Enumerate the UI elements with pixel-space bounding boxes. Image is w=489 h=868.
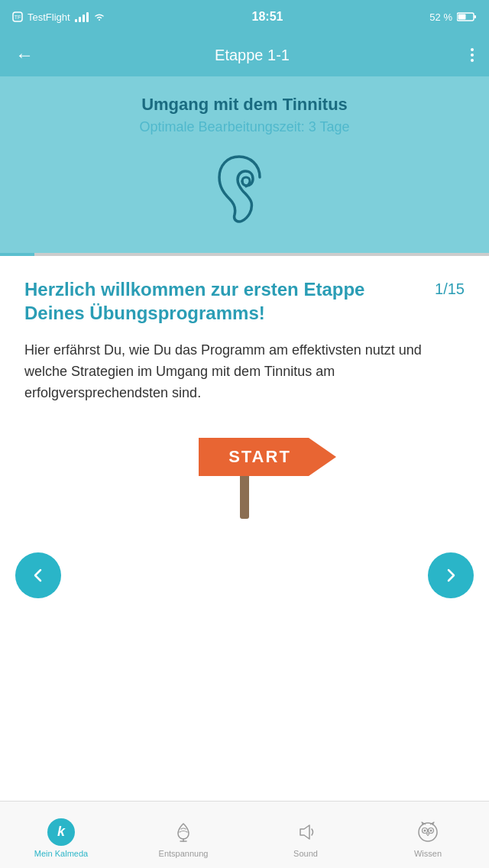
tab-item-mein-kalmeda[interactable]: k Mein Kalmeda	[0, 812, 122, 858]
prev-button[interactable]	[15, 552, 61, 598]
kalmeda-circle-icon: k	[47, 818, 75, 846]
start-label: START	[228, 447, 291, 467]
entspannung-icon-wrap	[170, 818, 197, 846]
svg-point-5	[419, 823, 437, 841]
content-header: Herzlich willkommen zur ersten Etappe De…	[24, 277, 465, 325]
nav-bar: ← Etappe 1-1	[0, 34, 489, 76]
sound-icon-wrap	[292, 818, 319, 846]
header-title: Umgang mit dem Tinnitus	[15, 95, 474, 115]
tab-item-wissen[interactable]: Wissen	[367, 812, 489, 858]
tab-label-entspannung: Entspannung	[159, 849, 209, 858]
svg-rect-4	[458, 15, 465, 20]
status-time: 18:51	[252, 10, 283, 24]
content-title: Herzlich willkommen zur ersten Etappe De…	[24, 277, 435, 325]
start-sign-container: START	[24, 427, 465, 519]
start-arrow-sign[interactable]: START	[199, 438, 336, 476]
next-button[interactable]	[428, 552, 474, 598]
svg-text:TF: TF	[15, 15, 21, 20]
tab-label-sound: Sound	[293, 849, 318, 858]
status-bar: TF TestFlight 18:51 52 %	[0, 0, 489, 34]
header-section: Umgang mit dem Tinnitus Optimale Bearbei…	[0, 76, 489, 253]
back-button[interactable]: ←	[15, 44, 34, 66]
sound-icon	[294, 821, 317, 844]
nav-title: Etappe 1-1	[215, 47, 290, 64]
svg-point-8	[424, 829, 426, 831]
content-section: Herzlich willkommen zur ersten Etappe De…	[0, 256, 489, 552]
content-body: Hier erfährst Du, wie Du das Programm am…	[24, 340, 465, 404]
ear-icon	[210, 151, 279, 227]
more-button[interactable]	[471, 48, 474, 62]
status-right: 52 %	[429, 11, 477, 23]
tab-label-mein-kalmeda: Mein Kalmeda	[34, 849, 88, 858]
wifi-icon	[93, 12, 105, 21]
mein-kalmeda-icon-wrap: k	[47, 818, 75, 846]
arrow-right-icon	[442, 566, 460, 585]
wissen-icon-wrap	[414, 818, 442, 846]
entspannung-icon	[172, 821, 195, 844]
status-left: TF TestFlight	[12, 11, 105, 23]
progress-bar-fill	[0, 253, 34, 256]
battery-label: 52 %	[429, 11, 452, 23]
tab-bar: k Mein Kalmeda Entspannung Sound	[0, 801, 489, 868]
svg-rect-3	[474, 15, 476, 18]
svg-point-9	[430, 829, 432, 831]
tab-item-entspannung[interactable]: Entspannung	[122, 812, 244, 858]
header-subtitle: Optimale Bearbeitungszeit: 3 Tage	[15, 119, 474, 135]
content-counter: 1/15	[435, 277, 465, 298]
carrier-label: TestFlight	[28, 11, 70, 23]
slide-nav-buttons	[0, 552, 489, 598]
tab-label-wissen: Wissen	[414, 849, 442, 858]
wissen-icon	[416, 820, 440, 844]
arrow-left-icon	[29, 566, 47, 585]
testflight-icon: TF	[12, 11, 23, 22]
progress-bar-container	[0, 253, 489, 256]
signal-bars	[75, 12, 89, 22]
battery-icon	[457, 11, 477, 22]
tab-item-sound[interactable]: Sound	[244, 812, 367, 858]
